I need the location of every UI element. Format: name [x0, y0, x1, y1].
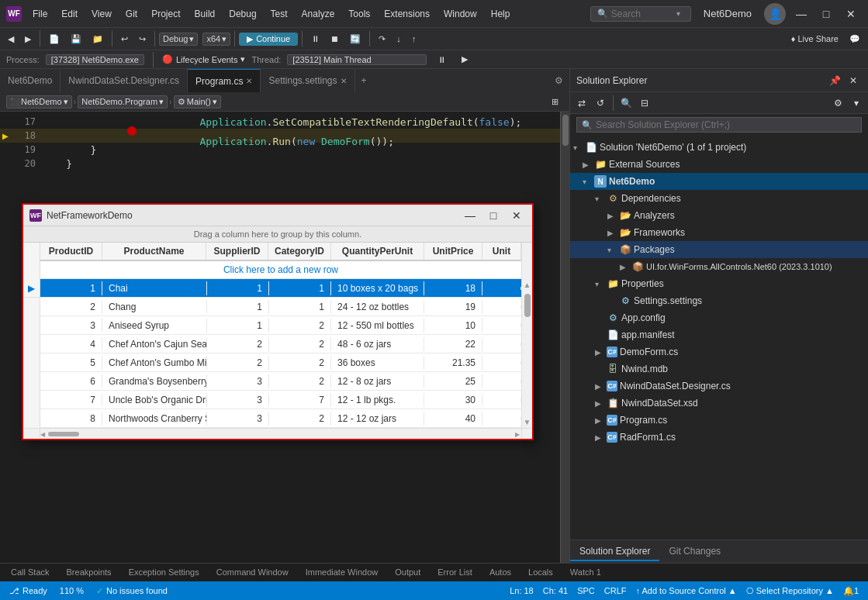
back-button[interactable]: ◀	[3, 33, 19, 46]
tree-properties[interactable]: ▾ 📁 Properties	[570, 275, 868, 292]
thread-btn-2[interactable]: ▶	[457, 53, 472, 66]
tab-programcs-close[interactable]: ✕	[246, 77, 252, 85]
datagrid-row-3[interactable]: 3 Aniseed Syrup 1 2 12 - 550 ml bottles …	[40, 316, 521, 335]
close-button[interactable]: ✕	[840, 3, 862, 25]
menu-analyze[interactable]: Analyze	[296, 5, 341, 22]
menu-debug[interactable]: Debug	[223, 5, 262, 22]
title-search-input[interactable]	[611, 9, 673, 19]
stop-button[interactable]: ⏹	[326, 33, 344, 45]
tab-net6demo[interactable]: Net6Demo	[0, 69, 61, 92]
status-add-source[interactable]: ↑ Add to Source Control ▲	[633, 586, 740, 596]
datagrid-row-5[interactable]: 5 Chef Anton's Gumbo Mix 2 2 36 boxes 21…	[40, 353, 521, 372]
datagrid-add-row[interactable]: Click here to add a new row	[40, 261, 521, 279]
breadcrumb-project[interactable]: ⬛ Net6Demo ▾	[6, 95, 72, 109]
live-share-button[interactable]: ♦ Live Share	[787, 33, 843, 45]
se-settings-btn[interactable]: ⚙	[829, 95, 846, 112]
step-into-button[interactable]: ↓	[392, 33, 406, 45]
lifecycle-events[interactable]: 🔴 Lifecycle Events ▾	[162, 54, 245, 64]
title-search-box[interactable]: 🔍 ▾	[590, 6, 691, 22]
status-zoom[interactable]: 110 %	[57, 586, 87, 595]
col-productname[interactable]: ProductName	[102, 243, 206, 260]
se-more-btn[interactable]: ▾	[848, 95, 865, 112]
datagrid-vscrollbar[interactable]: ▲ ▼	[521, 279, 532, 428]
status-spc[interactable]: SPC	[574, 586, 598, 596]
tree-nwind-xsd[interactable]: ▶ 📋 NwindDataSet.xsd	[570, 395, 868, 412]
tree-packages[interactable]: ▾ 📦 Packages	[570, 241, 868, 258]
menu-project[interactable]: Project	[145, 5, 186, 22]
tab-output[interactable]: Output	[387, 566, 428, 580]
redo-button[interactable]: ↪	[134, 33, 150, 46]
menu-view[interactable]: View	[85, 5, 118, 22]
datagrid-row-2[interactable]: 2 Chang 1 1 24 - 12 oz bottles 19	[40, 298, 521, 316]
tab-autos[interactable]: Autos	[482, 566, 519, 580]
status-ch[interactable]: Ch: 41	[540, 586, 571, 596]
minimize-button[interactable]: —	[790, 3, 812, 25]
continue-button[interactable]: ▶ Continue	[239, 33, 298, 46]
tree-frameworks[interactable]: ▶ 📂 Frameworks	[570, 224, 868, 241]
datagrid-row-4[interactable]: 4 Chef Anton's Cajun Seasoning 2 2 48 - …	[40, 335, 521, 353]
menu-help[interactable]: Help	[485, 5, 517, 22]
thread-btn-1[interactable]: ⏸	[433, 53, 451, 66]
pause-button[interactable]: ⏸	[306, 33, 324, 45]
menu-edit[interactable]: Edit	[55, 5, 84, 22]
tabs-settings-button[interactable]: ⚙	[548, 75, 569, 86]
menu-test[interactable]: Test	[265, 5, 294, 22]
tab-immediate-window[interactable]: Immediate Window	[298, 566, 386, 580]
status-notifications[interactable]: 🔔1	[840, 586, 862, 596]
tab-settings[interactable]: Settings.settings ✕	[261, 69, 354, 92]
tab-add-button[interactable]: +	[355, 75, 373, 86]
breadcrumb-method[interactable]: ⚙ Main() ▾	[174, 95, 221, 109]
platform-dropdown[interactable]: x64 ▾	[202, 33, 230, 46]
se-filter-btn[interactable]: 🔍	[617, 95, 635, 112]
status-ln[interactable]: Ln: 18	[507, 586, 537, 596]
tab-call-stack[interactable]: Call Stack	[3, 566, 57, 580]
tree-nwind-designer[interactable]: ▶ C# NwindDataSet.Designer.cs	[570, 378, 868, 395]
step-out-button[interactable]: ↑	[407, 33, 421, 45]
datagrid-row-1[interactable]: 1 Chai 1 1 10 boxes x 20 bags 18	[40, 279, 521, 298]
save-button[interactable]: 💾	[66, 33, 86, 46]
col-unit[interactable]: Unit	[482, 243, 521, 260]
col-productid[interactable]: ProductID	[40, 243, 102, 260]
restart-button[interactable]: 🔄	[345, 33, 365, 46]
se-close-button[interactable]: ✕	[845, 72, 862, 89]
tree-dependencies[interactable]: ▾ ⚙ Dependencies	[570, 190, 868, 207]
maximize-button[interactable]: □	[815, 3, 837, 25]
status-ready[interactable]: ⎇ Ready	[6, 586, 50, 596]
tree-analyzers[interactable]: ▶ 📂 Analyzers	[570, 207, 868, 224]
breadcrumb-class[interactable]: Net6Demo.Program ▾	[78, 95, 168, 109]
col-quantityperunit[interactable]: QuantityPerUnit	[331, 243, 424, 260]
tree-nwind-mdb[interactable]: 🗄 Nwind.mdb	[570, 360, 868, 378]
float-maximize-button[interactable]: □	[484, 206, 503, 225]
step-over-button[interactable]: ↷	[374, 33, 390, 46]
editor-split-button[interactable]: ⊞	[547, 95, 563, 109]
se-refresh-btn[interactable]: ↺	[592, 95, 609, 112]
tab-programcs[interactable]: Program.cs ✕	[188, 69, 261, 92]
thread-value[interactable]: [23512] Main Thread	[287, 54, 427, 65]
feedback-button[interactable]: 💬	[845, 33, 865, 46]
forward-button[interactable]: ▶	[20, 33, 36, 46]
datagrid-row-7[interactable]: 7 Uncle Bob's Organic Dried Pears 3 7 12…	[40, 391, 521, 409]
tree-external-sources[interactable]: ▶ 📁 External Sources	[570, 156, 868, 173]
se-search-input[interactable]	[596, 119, 856, 130]
menu-file[interactable]: File	[26, 5, 54, 22]
tab-watch-1[interactable]: Watch 1	[562, 566, 609, 580]
datagrid-row-8[interactable]: 8 Northwoods Cranberry Sauce 3 2 12 - 12…	[40, 409, 521, 428]
tree-solution[interactable]: ▾ 📄 Solution 'Net6Demo' (1 of 1 project)	[570, 139, 868, 156]
tab-breakpoints[interactable]: Breakpoints	[59, 566, 119, 580]
undo-button[interactable]: ↩	[116, 33, 133, 46]
tree-program-cs[interactable]: ▶ C# Program.cs	[570, 412, 868, 429]
float-minimize-button[interactable]: —	[461, 206, 479, 225]
tree-ui-package[interactable]: ▶ 📦 UI.for.WinForms.AllControls.Net60 (2…	[570, 258, 868, 275]
process-value[interactable]: [37328] Net6Demo.exe	[46, 54, 144, 65]
tree-app-manifest[interactable]: 📄 app.manifest	[570, 326, 868, 343]
tree-radform1[interactable]: ▶ C# RadForm1.cs	[570, 429, 868, 446]
status-select-repo[interactable]: ⎔ Select Repository ▲	[743, 586, 837, 596]
col-unitprice[interactable]: UnitPrice	[424, 243, 482, 260]
tab-locals[interactable]: Locals	[520, 566, 561, 580]
tab-exception-settings[interactable]: Exception Settings	[121, 566, 207, 580]
se-pin-button[interactable]: 📌	[826, 72, 843, 89]
se-sync-btn[interactable]: ⇄	[573, 95, 590, 112]
tree-app-config[interactable]: ⚙ App.config	[570, 309, 868, 326]
datagrid-row-6[interactable]: 6 Grandma's Boysenberry Spread 3 2 12 - …	[40, 372, 521, 391]
tab-command-window[interactable]: Command Window	[209, 566, 296, 580]
